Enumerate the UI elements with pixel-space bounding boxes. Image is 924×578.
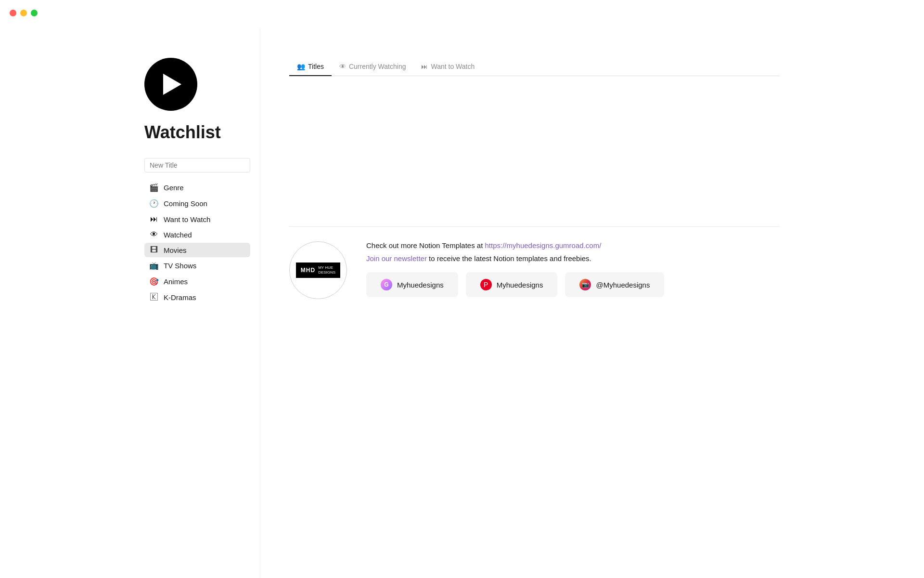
newsletter-text: Join our newsletter to receive the lates…: [366, 254, 780, 263]
sidebar-item-label-want-to-watch: Want to Watch: [164, 215, 210, 223]
sidebar-item-genre[interactable]: 🎬 Genre: [144, 180, 250, 195]
tab-want-to-watch[interactable]: ⏭ Want to Watch: [413, 58, 482, 76]
tab-currently-watching-label: Currently Watching: [349, 63, 406, 70]
instagram-button[interactable]: 📷 @Myhuedesigns: [565, 272, 664, 297]
page-title: Watchlist: [144, 122, 250, 143]
sidebar-item-label-tv-shows: TV Shows: [164, 262, 196, 270]
instagram-label: @Myhuedesigns: [596, 281, 650, 289]
currently-watching-tab-icon: 👁: [339, 63, 346, 70]
sidebar-item-label-k-dramas: K-Dramas: [164, 293, 196, 302]
tab-currently-watching[interactable]: 👁 Currently Watching: [332, 58, 414, 76]
sidebar-item-k-dramas[interactable]: 🇰 K-Dramas: [144, 290, 250, 304]
genre-icon: 🎬: [149, 183, 159, 192]
sidebar-item-label-animes: Animes: [164, 277, 188, 286]
sidebar-item-label-movies: Movies: [164, 246, 187, 254]
movies-icon: 🎞: [149, 246, 159, 254]
brand-name: MY HUEDESIGNS: [318, 265, 335, 275]
pinterest-label: Myhuedesigns: [497, 281, 543, 289]
content-area: 👥 Titles 👁 Currently Watching ⏭ Want to …: [260, 29, 799, 578]
brand-info: Check out more Notion Templates at https…: [366, 241, 780, 297]
newsletter-link[interactable]: Join our newsletter: [366, 254, 427, 263]
coming-soon-icon: 🕐: [149, 199, 159, 208]
titles-tab-icon: 👥: [297, 63, 305, 70]
sidebar-item-coming-soon[interactable]: 🕐 Coming Soon: [144, 196, 250, 211]
sidebar-item-tv-shows[interactable]: 📺 TV Shows: [144, 258, 250, 273]
sidebar: Watchlist 🎬 Genre 🕐 Coming Soon ⏭ Want t…: [125, 29, 260, 578]
content-body: [289, 92, 780, 188]
page-icon: [144, 58, 197, 111]
social-buttons: G Myhuedesigns P Myhuedesigns 📷 @Myhuede…: [366, 272, 780, 297]
k-dramas-icon: 🇰: [149, 293, 159, 302]
sidebar-item-watched[interactable]: 👁 Watched: [144, 227, 250, 242]
gumroad-icon: G: [381, 279, 392, 290]
bottom-section: MHD MY HUEDESIGNS Check out more Notion …: [289, 226, 780, 299]
pinterest-icon: P: [480, 279, 492, 290]
sidebar-nav: 🎬 Genre 🕐 Coming Soon ⏭ Want to Watch 👁 …: [144, 180, 250, 304]
new-title-input[interactable]: [144, 158, 250, 172]
sidebar-item-want-to-watch[interactable]: ⏭ Want to Watch: [144, 212, 250, 226]
instagram-icon: 📷: [579, 279, 591, 290]
check-text: Check out more Notion Templates at https…: [366, 241, 780, 250]
maximize-button[interactable]: [31, 10, 38, 16]
minimize-button[interactable]: [20, 10, 27, 16]
sidebar-item-label-genre: Genre: [164, 184, 184, 192]
play-icon: [163, 74, 181, 95]
sidebar-item-movies[interactable]: 🎞 Movies: [144, 243, 250, 257]
pinterest-button[interactable]: P Myhuedesigns: [466, 272, 558, 297]
gumroad-link[interactable]: https://myhuedesigns.gumroad.com/: [485, 241, 602, 250]
want-to-watch-icon: ⏭: [149, 215, 159, 223]
animes-icon: 🎯: [149, 277, 159, 286]
main-container: Watchlist 🎬 Genre 🕐 Coming Soon ⏭ Want t…: [125, 0, 799, 578]
traffic-lights: [10, 10, 38, 16]
close-button[interactable]: [10, 10, 16, 16]
want-to-watch-tab-icon: ⏭: [421, 63, 428, 70]
gumroad-button[interactable]: G Myhuedesigns: [366, 272, 458, 297]
sidebar-item-label-watched: Watched: [164, 231, 192, 239]
brand-logo: MHD MY HUEDESIGNS: [289, 241, 347, 299]
tv-shows-icon: 📺: [149, 261, 159, 270]
gumroad-label: Myhuedesigns: [397, 281, 444, 289]
sidebar-item-label-coming-soon: Coming Soon: [164, 199, 207, 208]
brand-mhd: MHD: [301, 267, 315, 274]
watched-icon: 👁: [149, 230, 159, 239]
tab-titles[interactable]: 👥 Titles: [289, 58, 332, 76]
tab-want-to-watch-label: Want to Watch: [431, 63, 475, 70]
sidebar-item-animes[interactable]: 🎯 Animes: [144, 274, 250, 289]
tabs: 👥 Titles 👁 Currently Watching ⏭ Want to …: [289, 58, 780, 76]
tab-titles-label: Titles: [308, 63, 324, 70]
brand-logo-inner: MHD MY HUEDESIGNS: [296, 263, 340, 277]
